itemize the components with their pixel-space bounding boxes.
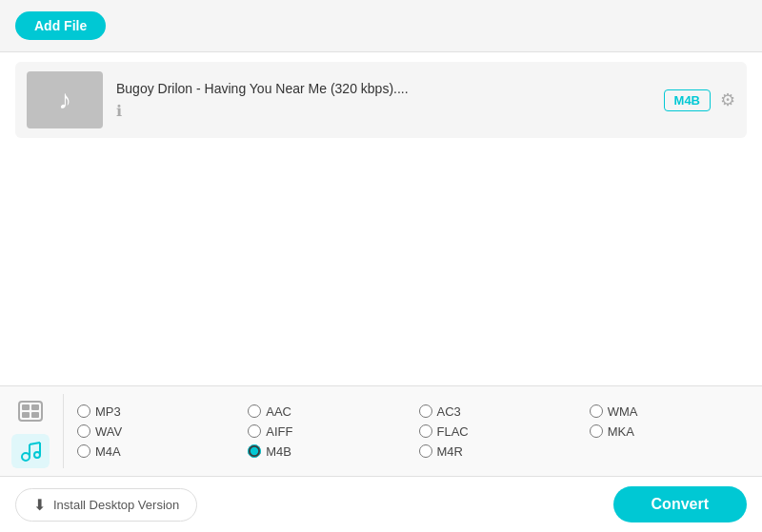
format-label-aac: AAC (266, 404, 291, 419)
format-bar: MP3 AAC AC3 WMA WAV AIFF FLAC MKA (0, 385, 762, 476)
file-actions: M4B ⚙ (664, 89, 735, 111)
svg-rect-3 (22, 412, 30, 418)
file-name: Bugoy Drilon - Having You Near Me (320 k… (116, 81, 651, 96)
toolbar: Add File (0, 0, 762, 52)
format-option-mka[interactable]: MKA (590, 424, 751, 439)
format-label-flac: FLAC (437, 424, 469, 439)
svg-line-8 (30, 443, 40, 444)
format-label-mka: MKA (608, 424, 634, 439)
format-badge[interactable]: M4B (664, 89, 711, 111)
format-label-aiff: AIFF (266, 424, 292, 439)
format-option-m4a[interactable]: M4A (77, 444, 238, 459)
format-option-wav[interactable]: WAV (77, 424, 238, 439)
radio-ac3[interactable] (419, 404, 432, 418)
file-thumbnail: ♪ (27, 71, 103, 128)
format-label-wav: WAV (95, 424, 122, 439)
svg-rect-1 (22, 404, 30, 410)
format-label-m4a: M4A (95, 444, 121, 459)
install-label: Install Desktop Version (53, 498, 179, 512)
download-icon: ⬇ (33, 496, 46, 514)
audio-tab-button[interactable] (11, 434, 50, 468)
video-tab-button[interactable] (11, 394, 50, 428)
file-item: ♪ Bugoy Drilon - Having You Near Me (320… (15, 62, 747, 138)
convert-button[interactable]: Convert (613, 486, 747, 522)
radio-m4r[interactable] (419, 444, 432, 458)
radio-wav[interactable] (77, 424, 90, 438)
settings-icon[interactable]: ⚙ (720, 89, 735, 110)
radio-m4a[interactable] (77, 444, 90, 458)
radio-mka[interactable] (590, 424, 603, 438)
file-list: ♪ Bugoy Drilon - Having You Near Me (320… (0, 52, 762, 385)
music-note-icon: ♪ (58, 85, 71, 115)
info-icon[interactable]: ℹ (116, 103, 122, 119)
file-info: Bugoy Drilon - Having You Near Me (320 k… (103, 81, 664, 120)
footer: ⬇ Install Desktop Version Convert (0, 476, 762, 532)
format-option-wma[interactable]: WMA (590, 404, 751, 419)
format-label-ac3: AC3 (437, 404, 461, 419)
format-tabs (11, 394, 64, 468)
format-label-wma: WMA (608, 404, 638, 419)
format-options: MP3 AAC AC3 WMA WAV AIFF FLAC MKA (77, 404, 751, 459)
radio-aiff[interactable] (248, 424, 261, 438)
svg-point-5 (22, 453, 30, 461)
svg-rect-4 (31, 412, 39, 418)
format-option-mp3[interactable]: MP3 (77, 404, 238, 419)
format-option-m4r[interactable]: M4R (419, 444, 580, 459)
svg-rect-2 (31, 404, 39, 410)
install-desktop-button[interactable]: ⬇ Install Desktop Version (15, 488, 197, 522)
radio-aac[interactable] (248, 404, 261, 418)
format-option-aac[interactable]: AAC (248, 404, 409, 419)
format-label-m4b: M4B (266, 444, 291, 459)
radio-mp3[interactable] (77, 404, 90, 418)
format-label-m4r: M4R (437, 444, 463, 459)
svg-rect-0 (19, 402, 42, 421)
format-option-m4b[interactable]: M4B (248, 444, 409, 459)
add-file-button[interactable]: Add File (15, 11, 106, 40)
format-option-ac3[interactable]: AC3 (419, 404, 580, 419)
radio-flac[interactable] (419, 424, 432, 438)
radio-m4b[interactable] (248, 444, 261, 458)
radio-wma[interactable] (590, 404, 603, 418)
format-label-mp3: MP3 (95, 404, 121, 419)
format-option-flac[interactable]: FLAC (419, 424, 580, 439)
format-option-aiff[interactable]: AIFF (248, 424, 409, 439)
